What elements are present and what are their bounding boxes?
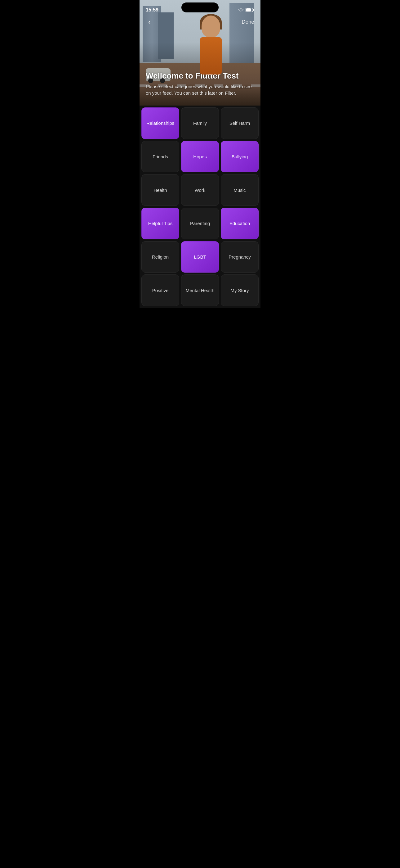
category-item-hopes[interactable]: Hopes xyxy=(181,141,219,173)
category-label-health: Health xyxy=(151,185,169,195)
categories-grid: RelationshipsFamilySelf HarmFriendsHopes… xyxy=(139,105,261,308)
category-item-self-harm[interactable]: Self Harm xyxy=(221,107,259,139)
category-item-family[interactable]: Family xyxy=(181,107,219,139)
category-label-hopes: Hopes xyxy=(191,152,209,162)
category-item-my-story[interactable]: My Story xyxy=(221,274,259,306)
svg-point-0 xyxy=(241,11,241,12)
wifi-icon xyxy=(238,8,244,12)
category-label-mental-health: Mental Health xyxy=(183,285,217,296)
dynamic-island xyxy=(181,2,219,12)
category-item-religion[interactable]: Religion xyxy=(141,241,179,273)
svg-rect-2 xyxy=(253,9,254,11)
hero-section: 15:59 ‹ Done xyxy=(139,0,261,105)
category-item-positive[interactable]: Positive xyxy=(141,274,179,306)
app-container: 15:59 ‹ Done xyxy=(139,0,261,308)
category-label-family: Family xyxy=(191,118,209,128)
category-item-relationships[interactable]: Relationships xyxy=(141,107,179,139)
category-label-positive: Positive xyxy=(150,285,171,296)
category-item-health[interactable]: Health xyxy=(141,174,179,206)
battery-icon xyxy=(245,8,254,12)
category-item-parenting[interactable]: Parenting xyxy=(181,208,219,239)
category-item-work[interactable]: Work xyxy=(181,174,219,206)
person-body xyxy=(200,37,222,74)
category-label-religion: Religion xyxy=(149,252,171,262)
category-item-bullying[interactable]: Bullying xyxy=(221,141,259,173)
nav-bar: ‹ Done xyxy=(139,16,261,29)
category-item-friends[interactable]: Friends xyxy=(141,141,179,173)
category-item-music[interactable]: Music xyxy=(221,174,259,206)
category-label-my-story: My Story xyxy=(228,285,251,296)
back-button[interactable]: ‹ xyxy=(146,16,153,29)
category-item-pregnancy[interactable]: Pregnancy xyxy=(221,241,259,273)
category-label-work: Work xyxy=(192,185,208,195)
status-icons xyxy=(238,8,254,12)
category-item-mental-health[interactable]: Mental Health xyxy=(181,274,219,306)
category-item-education[interactable]: Education xyxy=(221,208,259,239)
category-label-self-harm: Self Harm xyxy=(227,118,253,128)
status-bar: 15:59 xyxy=(139,0,261,16)
done-button[interactable]: Done xyxy=(241,19,254,25)
category-label-friends: Friends xyxy=(150,152,171,162)
category-label-parenting: Parenting xyxy=(188,218,212,228)
category-label-lgbt: LGBT xyxy=(191,252,208,262)
category-label-helpful-tips: Helpful Tips xyxy=(146,218,175,228)
category-label-pregnancy: Pregnancy xyxy=(226,252,253,262)
category-label-education: Education xyxy=(227,218,253,228)
status-time: 15:59 xyxy=(146,7,159,13)
category-item-helpful-tips[interactable]: Helpful Tips xyxy=(141,208,179,239)
category-label-music: Music xyxy=(231,185,248,195)
category-label-relationships: Relationships xyxy=(144,118,177,128)
category-label-bullying: Bullying xyxy=(229,152,251,162)
svg-rect-3 xyxy=(246,8,251,11)
category-item-lgbt[interactable]: LGBT xyxy=(181,241,219,273)
